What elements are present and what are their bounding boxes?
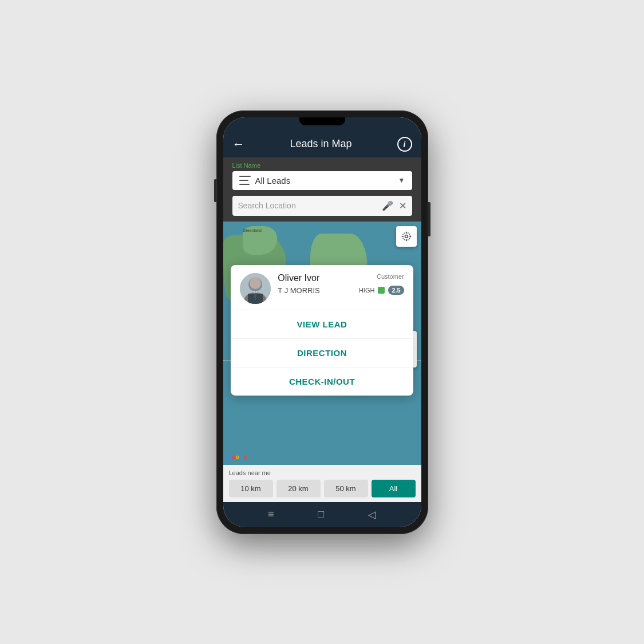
status-bar <box>223 117 421 131</box>
home-icon[interactable]: □ <box>318 508 324 520</box>
filter-buttons: 10 km 20 km 50 km All <box>229 480 416 497</box>
search-input-wrap: Search Location 🎤 ✕ <box>232 196 412 216</box>
map-background: Greenland Brazil SouthAtlanticOcean Mali… <box>223 222 421 465</box>
filter-all[interactable]: All <box>372 480 416 497</box>
list-name-section: List Name All Leads ▼ <box>223 157 421 196</box>
priority-label: HIGH <box>359 287 375 294</box>
back-nav-icon[interactable]: ◁ <box>368 508 376 521</box>
search-icons: 🎤 ✕ <box>382 200 406 211</box>
svg-point-0 <box>405 235 408 238</box>
app-screen: ← Leads in Map i List Name All Leads ▼ <box>223 117 421 527</box>
popup-score-row: HIGH 2.5 <box>359 286 404 295</box>
score-badge: 2.5 <box>388 286 404 295</box>
phone-screen: ← Leads in Map i List Name All Leads ▼ <box>223 117 421 527</box>
page-title: Leads in Map <box>245 138 397 150</box>
filter-20km[interactable]: 20 km <box>276 480 321 497</box>
lead-popup-card: Oliver Ivor Customer T J MORRIS HIGH 2.5 <box>231 265 413 396</box>
google-logo: Google <box>228 454 247 460</box>
info-button[interactable]: i <box>397 137 412 152</box>
map-area[interactable]: Greenland Brazil SouthAtlanticOcean Mali… <box>223 222 421 465</box>
search-bar-container: Search Location 🎤 ✕ <box>223 196 421 222</box>
popup-name: Oliver Ivor <box>278 273 319 283</box>
dropdown-arrow-icon: ▼ <box>398 176 405 184</box>
popup-company-row: T J MORRIS HIGH 2.5 <box>278 286 404 295</box>
popup-type: Customer <box>377 273 404 280</box>
popup-header: Oliver Ivor Customer T J MORRIS HIGH 2.5 <box>231 265 413 310</box>
bottom-filter: Leads near me 10 km 20 km 50 km All <box>223 465 421 502</box>
microphone-icon[interactable]: 🎤 <box>382 200 393 211</box>
svg-point-5 <box>250 278 261 289</box>
list-icon <box>239 176 251 185</box>
dropdown-value: All Leads <box>255 176 291 185</box>
view-lead-button[interactable]: VIEW LEAD <box>231 310 413 339</box>
popup-actions: VIEW LEAD DIRECTION CHECK-IN/OUT <box>231 310 413 396</box>
search-placeholder: Search Location <box>238 201 377 210</box>
menu-icon[interactable]: ≡ <box>268 508 274 520</box>
filter-10km[interactable]: 10 km <box>229 480 273 497</box>
svg-point-1 <box>402 232 410 240</box>
top-bar: ← Leads in Map i <box>223 131 421 157</box>
phone-device: ← Leads in Map i List Name All Leads ▼ <box>216 110 428 534</box>
list-dropdown-left: All Leads <box>239 176 291 185</box>
list-name-label: List Name <box>232 162 412 169</box>
filter-label: Leads near me <box>229 469 416 476</box>
map-label-greenland: Greenland <box>243 228 262 232</box>
avatar <box>240 273 271 304</box>
back-button[interactable]: ← <box>232 137 245 152</box>
checkin-button[interactable]: CHECK-IN/OUT <box>231 368 413 396</box>
popup-company: T J MORRIS <box>278 286 319 295</box>
priority-indicator <box>378 287 385 294</box>
filter-50km[interactable]: 50 km <box>324 480 368 497</box>
nav-bar: ≡ □ ◁ <box>223 502 421 527</box>
list-dropdown[interactable]: All Leads ▼ <box>232 171 412 190</box>
popup-name-row: Oliver Ivor Customer <box>278 273 404 283</box>
popup-info: Oliver Ivor Customer T J MORRIS HIGH 2.5 <box>278 273 404 295</box>
notch <box>299 117 345 125</box>
close-icon[interactable]: ✕ <box>399 200 406 211</box>
location-button[interactable] <box>396 226 417 247</box>
direction-button[interactable]: DIRECTION <box>231 339 413 368</box>
